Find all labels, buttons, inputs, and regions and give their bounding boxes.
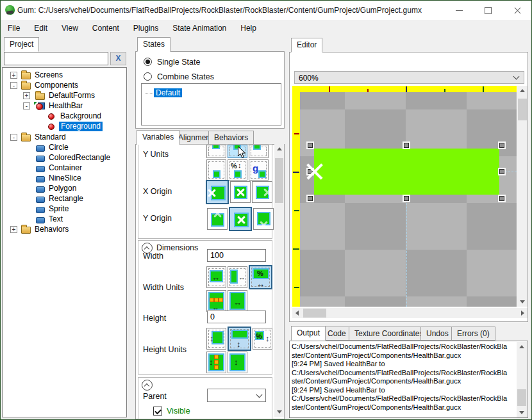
y-units-button-global[interactable]: g xyxy=(249,159,269,181)
canvas-vscrollbar[interactable] xyxy=(517,86,528,307)
minimize-button[interactable] xyxy=(448,1,470,20)
scroll-left-button[interactable] xyxy=(292,308,302,318)
log-scrollbar[interactable] xyxy=(517,342,527,417)
tab-editor[interactable]: Editor xyxy=(291,38,322,52)
tab-output[interactable]: Output xyxy=(291,326,326,341)
y-origin-bottom-button[interactable] xyxy=(253,208,274,230)
width-units-percent-button[interactable]: % ↔ xyxy=(249,265,272,289)
tab-undos[interactable]: Undos xyxy=(420,327,454,341)
scrollbar-thumb[interactable] xyxy=(275,158,283,203)
resize-handle-bottom-left[interactable] xyxy=(306,195,314,202)
close-button[interactable] xyxy=(506,1,528,20)
menu-help[interactable]: Help xyxy=(233,20,263,37)
y-units-top-button-3[interactable] xyxy=(249,145,269,158)
scroll-down-button[interactable] xyxy=(517,408,526,417)
tree-row-sprite[interactable]: Sprite xyxy=(3,204,124,214)
y-origin-center-button[interactable] xyxy=(229,207,252,231)
state-item-default[interactable]: Default xyxy=(154,88,182,97)
tab-states[interactable]: States xyxy=(137,37,170,52)
tree-label-selected: Foreground xyxy=(59,122,103,131)
resize-handle-top-left[interactable] xyxy=(306,141,314,149)
height-units-depends-on-children-button[interactable]: ↕ xyxy=(206,351,226,373)
y-units-top-button-1[interactable] xyxy=(206,145,226,158)
tab-errors[interactable]: Errors (0) xyxy=(451,327,495,341)
tree-row-components[interactable]: - Components xyxy=(3,81,124,91)
tree-row-screens[interactable]: + Screens xyxy=(3,70,124,81)
scroll-up-button[interactable] xyxy=(517,86,527,95)
width-units-depends-on-children-button[interactable]: ↔ xyxy=(206,290,226,312)
y-units-button-percent[interactable]: % ↕ xyxy=(228,159,247,181)
scroll-up-button[interactable] xyxy=(517,342,526,351)
tab-texture-coordinates[interactable]: Texture Coordinates xyxy=(349,327,429,341)
foreground-rectangle[interactable] xyxy=(314,149,499,195)
combine-states-radio[interactable] xyxy=(144,72,152,81)
x-origin-center-button[interactable] xyxy=(230,181,251,203)
height-units-percent-of-width-button[interactable]: ↕ xyxy=(228,351,247,373)
tree-row-foreground[interactable]: Foreground xyxy=(3,122,124,132)
menu-view[interactable]: View xyxy=(54,20,85,37)
menu-plugins[interactable]: Plugins xyxy=(126,20,165,37)
zoom-dropdown[interactable]: 600% xyxy=(294,71,524,84)
expander-icon[interactable]: - xyxy=(23,102,30,109)
menu-state-animation[interactable]: State Animation xyxy=(165,20,233,37)
tab-behaviors[interactable]: Behaviors xyxy=(208,131,254,145)
search-input[interactable] xyxy=(4,52,108,65)
tab-project[interactable]: Project xyxy=(4,37,39,52)
x-origin-right-button[interactable] xyxy=(252,181,272,203)
tree-row-nineslice[interactable]: NineSlice xyxy=(3,174,124,184)
tree-row-background[interactable]: Background xyxy=(3,111,124,122)
tree-row-healthbar[interactable]: - HealthBar xyxy=(3,101,124,111)
scroll-up-button[interactable] xyxy=(274,144,284,154)
menu-file[interactable]: File xyxy=(1,20,27,37)
tab-code[interactable]: Code xyxy=(322,327,352,341)
tree-row-standard[interactable]: - Standard xyxy=(3,133,124,143)
tab-variables[interactable]: Variables xyxy=(137,130,179,145)
y-origin-top-button[interactable] xyxy=(207,208,228,230)
tree-row-circle[interactable]: Circle xyxy=(3,143,124,153)
tree-row-container[interactable]: Container xyxy=(3,163,124,174)
width-units-absolute-button[interactable]: ↔ xyxy=(206,266,226,288)
menu-content[interactable]: Content xyxy=(85,20,126,37)
menu-edit[interactable]: Edit xyxy=(27,20,54,37)
visible-checkbox[interactable] xyxy=(153,407,162,416)
height-input[interactable] xyxy=(207,311,266,323)
expander-icon[interactable]: + xyxy=(10,226,17,233)
scrollbar-thumb[interactable] xyxy=(518,99,527,120)
collapse-misc-button[interactable] xyxy=(142,380,153,391)
resize-handle-bottom-center[interactable] xyxy=(403,195,410,202)
resize-handle-top-right[interactable] xyxy=(498,141,506,149)
resize-handle-bottom-right[interactable] xyxy=(498,195,506,202)
height-units-percent-button[interactable]: % ↕ xyxy=(253,328,272,350)
height-units-absolute-button[interactable]: ↕ xyxy=(206,328,226,350)
width-units-relative-button[interactable]: ↔ xyxy=(228,266,247,288)
canvas-hscrollbar[interactable] xyxy=(292,308,528,318)
variables-scrollbar[interactable] xyxy=(274,144,284,417)
tree-row-text[interactable]: Text xyxy=(3,214,124,225)
resize-handle-top-center[interactable] xyxy=(403,141,410,149)
height-units-relative-button[interactable]: ↕ xyxy=(228,327,251,351)
tree-row-polygon[interactable]: Polygon xyxy=(3,184,124,194)
scrollbar-thumb[interactable] xyxy=(517,389,526,406)
search-clear-button[interactable]: X xyxy=(110,52,126,65)
scroll-down-button[interactable] xyxy=(274,407,284,417)
x-origin-left-button[interactable] xyxy=(206,180,229,204)
expander-icon[interactable]: + xyxy=(23,92,30,99)
width-input[interactable] xyxy=(207,249,266,262)
tree-row-coloredrectangle[interactable]: ColoredRectangle xyxy=(3,153,124,163)
expander-icon[interactable]: - xyxy=(10,82,17,89)
resize-handle-middle-right[interactable] xyxy=(498,168,506,175)
single-state-radio[interactable] xyxy=(144,58,152,66)
scroll-right-button[interactable] xyxy=(518,308,528,318)
expander-icon[interactable]: - xyxy=(10,134,17,141)
tree-row-defaultforms[interactable]: + DefaultForms xyxy=(3,91,124,101)
editor-canvas[interactable] xyxy=(292,86,517,307)
scroll-down-button[interactable] xyxy=(517,297,527,307)
width-units-percent-of-height-button[interactable]: ↔ xyxy=(228,290,247,312)
tree-row-behaviors[interactable]: + Behaviors xyxy=(3,225,124,235)
scrollbar-thumb[interactable] xyxy=(303,309,326,318)
parent-dropdown[interactable] xyxy=(207,389,266,402)
expander-icon[interactable]: + xyxy=(10,72,17,79)
tree-row-rectangle[interactable]: Rectangle xyxy=(3,194,124,204)
maximize-button[interactable] xyxy=(477,1,499,20)
y-units-button-pixels-from-bottom[interactable] xyxy=(206,159,226,181)
